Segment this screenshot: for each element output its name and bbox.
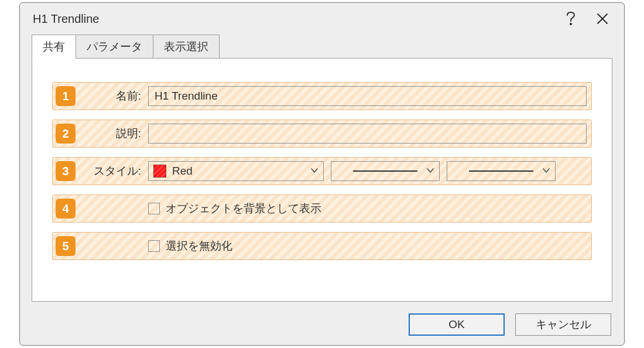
checkbox-group-background: オブジェクトを背景として表示	[148, 201, 321, 216]
checkbox-label-background: オブジェクトを背景として表示	[166, 201, 321, 216]
ok-label: OK	[448, 318, 464, 331]
label-description: 説明:	[79, 126, 145, 141]
window-title: H1 Trendline	[33, 12, 555, 26]
tab-share[interactable]: 共有	[32, 35, 76, 59]
dialog-window: H1 Trendline 共有 パラメータ 表示選択 1 名前: H1 Tren…	[19, 2, 625, 346]
ok-button[interactable]: OK	[409, 313, 505, 336]
badge-1: 1	[56, 86, 76, 106]
badge-5: 5	[56, 236, 76, 256]
checkbox-group-disable-selection: 選択を無効化	[148, 238, 232, 254]
label-style: スタイル:	[79, 163, 145, 179]
chevron-down-icon	[426, 165, 434, 178]
dialog-footer: OK キャンセル	[20, 308, 624, 345]
description-input[interactable]	[148, 124, 587, 144]
close-button[interactable]	[587, 3, 618, 35]
style-controls: Red	[148, 161, 587, 181]
checkbox-draw-as-background[interactable]	[148, 203, 160, 214]
chevron-down-icon	[542, 165, 550, 178]
row-disable-selection: 5 選択を無効化	[52, 232, 592, 260]
badge-4: 4	[56, 199, 76, 219]
tab-display-select[interactable]: 表示選択	[153, 35, 220, 59]
tab-strip: 共有 パラメータ 表示選択	[20, 35, 624, 59]
close-icon	[597, 13, 608, 25]
checkbox-label-disable-selection: 選択を無効化	[166, 238, 232, 254]
chevron-down-icon	[310, 165, 318, 178]
tab-parameters[interactable]: パラメータ	[76, 35, 153, 59]
badge-3: 3	[56, 161, 76, 181]
cancel-button[interactable]: キャンセル	[515, 313, 611, 336]
linewidth-combo[interactable]	[447, 161, 556, 181]
tab-label: 共有	[43, 39, 65, 54]
tab-label: パラメータ	[87, 39, 142, 54]
checkbox-disable-selection[interactable]	[148, 240, 160, 252]
name-input[interactable]: H1 Trendline	[148, 86, 587, 106]
help-icon	[566, 12, 576, 26]
badge-2: 2	[56, 124, 76, 144]
linewidth-preview	[469, 170, 533, 172]
titlebar: H1 Trendline	[20, 3, 624, 35]
label-name: 名前:	[79, 88, 145, 104]
svg-point-0	[570, 23, 571, 25]
color-combo[interactable]: Red	[148, 161, 324, 181]
cancel-label: キャンセル	[536, 317, 591, 332]
tab-label: 表示選択	[164, 39, 208, 54]
row-style: 3 スタイル: Red	[52, 157, 592, 185]
linestyle-combo[interactable]	[331, 161, 440, 181]
linestyle-preview	[353, 170, 417, 172]
color-swatch	[153, 165, 166, 178]
row-description: 2 説明:	[52, 120, 592, 148]
name-value: H1 Trendline	[155, 90, 218, 103]
color-name: Red	[172, 165, 193, 178]
tab-panel: 1 名前: H1 Trendline 2 説明: 3 スタイル: Red	[32, 58, 612, 302]
row-name: 1 名前: H1 Trendline	[52, 82, 592, 110]
row-draw-as-background: 4 オブジェクトを背景として表示	[52, 195, 592, 223]
help-button[interactable]	[555, 3, 587, 35]
